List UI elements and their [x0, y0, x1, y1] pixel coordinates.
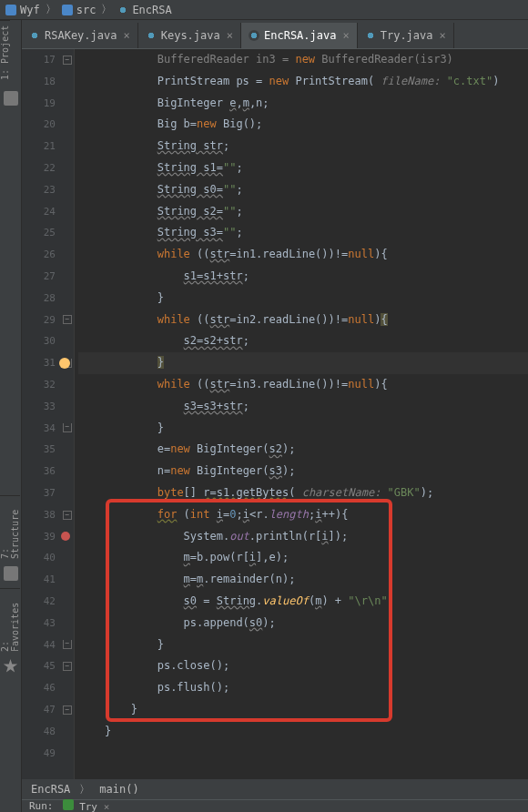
java-icon	[365, 30, 376, 41]
line-number[interactable]: 36	[22, 461, 74, 482]
line-number[interactable]: 21	[22, 136, 74, 157]
intention-bulb-icon[interactable]	[59, 358, 70, 369]
line-number[interactable]: 42	[22, 591, 74, 613]
line-number[interactable]: 47−	[22, 699, 74, 721]
fold-icon[interactable]: −	[63, 705, 72, 715]
code-editor[interactable]: 17−181920212223242526272829−3031−323334−…	[22, 49, 528, 779]
structure-breadcrumb[interactable]: EncRSA 〉 main()	[22, 779, 528, 799]
tab-rsakey-java[interactable]: RSAKey.java×	[22, 23, 138, 48]
code-line[interactable]: while ((str=in3.readLine())!=null){	[78, 374, 528, 396]
run-panel-header[interactable]: Run: Try ×	[22, 799, 528, 812]
code-line[interactable]: }	[78, 634, 528, 656]
code-line[interactable]: byte[] r=s1.getBytes( charsetName: "GBK"…	[78, 482, 528, 504]
code-line[interactable]	[78, 743, 528, 765]
code-line[interactable]: }	[78, 352, 528, 374]
crumb-method[interactable]: main()	[99, 783, 138, 796]
line-number[interactable]: 20	[22, 114, 74, 136]
code-line[interactable]: ps.flush();	[78, 677, 528, 699]
fold-icon[interactable]: −	[63, 662, 72, 671]
code-line[interactable]: n=new BigInteger(s3);	[78, 461, 528, 482]
crumb-class[interactable]: EncRSA	[31, 783, 70, 796]
tab-try-java[interactable]: Try.java×	[358, 23, 454, 48]
code-line[interactable]: s2=s2+str;	[78, 330, 528, 352]
line-number[interactable]: 43	[22, 613, 74, 634]
code-line[interactable]: String s2="";	[78, 201, 528, 223]
code-line[interactable]: }	[78, 418, 528, 440]
rail-project[interactable]: 1: Project	[0, 20, 10, 84]
code-line[interactable]: String s1="";	[78, 157, 528, 179]
close-icon[interactable]: ×	[438, 29, 448, 42]
line-number[interactable]: 37	[22, 482, 74, 504]
line-number[interactable]: 17−	[22, 49, 74, 71]
code-line[interactable]: Big b=new Big();	[78, 114, 528, 136]
line-number[interactable]: 39	[22, 526, 74, 548]
fold-end-icon[interactable]: −	[63, 640, 72, 649]
run-tab[interactable]: Try ×	[63, 799, 110, 812]
line-number[interactable]: 27	[22, 266, 74, 288]
line-number[interactable]: 32	[22, 374, 74, 396]
code-line[interactable]: e=new BigInteger(s2);	[78, 439, 528, 461]
code-line[interactable]: BufferedReader in3 = new BufferedReader(…	[78, 49, 528, 71]
rail-favorites[interactable]: 2: Favorites	[0, 588, 20, 652]
code-line[interactable]: String s0="";	[78, 179, 528, 201]
code-line[interactable]: while ((str=in1.readLine())!=null){	[78, 244, 528, 266]
line-number[interactable]: 31−	[22, 352, 74, 374]
close-icon[interactable]: ×	[225, 29, 235, 42]
code-line[interactable]: m=m.remainder(n);	[78, 569, 528, 591]
line-number[interactable]: 30	[22, 330, 74, 352]
line-number[interactable]: 40	[22, 547, 74, 569]
line-number[interactable]: 24	[22, 201, 74, 223]
line-number[interactable]: 18	[22, 71, 74, 93]
java-icon	[146, 30, 157, 41]
code-line[interactable]: System.out.println(r[i]);	[78, 526, 528, 548]
fold-icon[interactable]: −	[63, 315, 72, 324]
run-label: Run:	[29, 800, 54, 812]
line-number[interactable]: 49	[22, 743, 74, 765]
code-line[interactable]: String str;	[78, 136, 528, 157]
code-line[interactable]: PrintStream ps = new PrintStream( fileNa…	[78, 71, 528, 93]
code-line[interactable]: }	[78, 288, 528, 310]
rail-structure[interactable]: 7: Structure	[0, 495, 20, 559]
code-line[interactable]: ps.append(s0);	[78, 613, 528, 634]
fold-icon[interactable]: −	[63, 56, 72, 65]
line-number[interactable]: 33	[22, 396, 74, 418]
code-line[interactable]: ps.close();	[78, 655, 528, 677]
close-icon[interactable]: ×	[121, 29, 131, 42]
line-number[interactable]: 44−	[22, 634, 74, 656]
line-number[interactable]: 46	[22, 677, 74, 699]
line-number[interactable]: 23	[22, 179, 74, 201]
line-number[interactable]: 41	[22, 569, 74, 591]
line-number[interactable]: 19	[22, 93, 74, 115]
line-number[interactable]: 25	[22, 222, 74, 244]
code-line[interactable]: s0 = String.valueOf(m) + "\r\n";	[78, 591, 528, 613]
breakpoint-icon[interactable]	[61, 532, 70, 541]
line-number[interactable]: 35	[22, 439, 74, 461]
code-line[interactable]: s3=s3+str;	[78, 396, 528, 418]
close-icon[interactable]: ×	[340, 29, 350, 42]
code-line[interactable]: BigInteger e,m,n;	[78, 93, 528, 115]
line-number[interactable]: 26	[22, 244, 74, 266]
breadcrumb-item[interactable]: EncRSA	[117, 4, 171, 16]
line-number[interactable]: 22	[22, 157, 74, 179]
code-line[interactable]: }	[78, 699, 528, 721]
fold-icon[interactable]: −	[63, 511, 72, 520]
tab-keys-java[interactable]: Keys.java×	[138, 23, 241, 48]
line-number[interactable]: 34−	[22, 418, 74, 440]
line-number[interactable]: 38−	[22, 504, 74, 526]
code-area[interactable]: BufferedReader in3 = new BufferedReader(…	[75, 49, 528, 779]
breadcrumb-item[interactable]: Wyf	[5, 4, 40, 16]
code-line[interactable]: String s3="";	[78, 222, 528, 244]
line-number[interactable]: 45−	[22, 655, 74, 677]
gutter[interactable]: 17−181920212223242526272829−3031−323334−…	[22, 49, 75, 779]
code-line[interactable]: m=b.pow(r[i],e);	[78, 547, 528, 569]
code-line[interactable]: s1=s1+str;	[78, 266, 528, 288]
line-number[interactable]: 29−	[22, 310, 74, 331]
fold-end-icon[interactable]: −	[63, 423, 72, 432]
line-number[interactable]: 48	[22, 721, 74, 743]
line-number[interactable]: 28	[22, 288, 74, 310]
code-line[interactable]: for (int i=0;i<r.length;i++){	[78, 504, 528, 526]
breadcrumb-item[interactable]: src	[62, 4, 96, 16]
tab-encrsa-java[interactable]: EncRSA.java×	[241, 23, 358, 48]
code-line[interactable]: }	[78, 721, 528, 743]
code-line[interactable]: while ((str=in2.readLine())!=null){	[78, 310, 528, 331]
